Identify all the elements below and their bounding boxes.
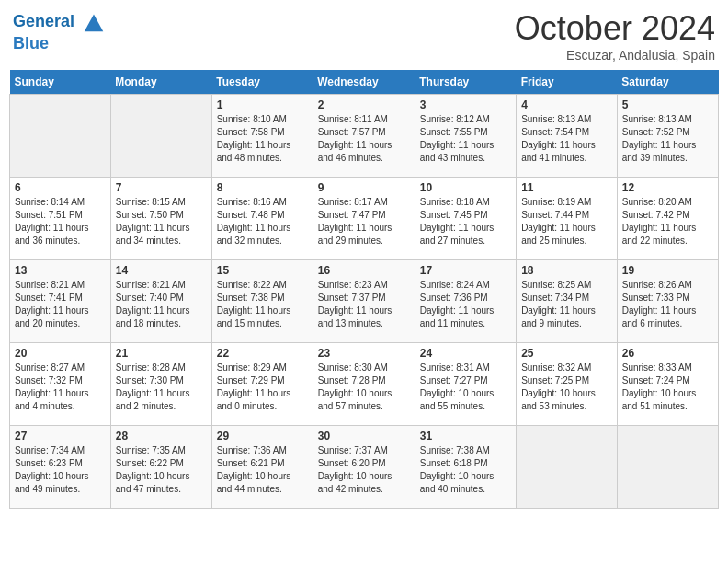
day-info: Sunrise: 8:13 AM Sunset: 7:54 PM Dayligh… (521, 113, 612, 165)
day-info: Sunrise: 7:35 AM Sunset: 6:22 PM Dayligh… (116, 444, 207, 496)
day-cell: 29Sunrise: 7:36 AM Sunset: 6:21 PM Dayli… (211, 426, 313, 509)
day-number: 27 (15, 430, 106, 442)
day-number: 24 (420, 347, 511, 360)
day-number: 6 (15, 181, 106, 194)
logo-subtext: Blue (13, 35, 107, 53)
day-info: Sunrise: 8:32 AM Sunset: 7:25 PM Dayligh… (521, 362, 612, 413)
day-info: Sunrise: 7:34 AM Sunset: 6:23 PM Dayligh… (15, 444, 106, 496)
day-number: 7 (116, 181, 207, 194)
day-cell: 4Sunrise: 8:13 AM Sunset: 7:54 PM Daylig… (517, 95, 618, 178)
day-cell: 23Sunrise: 8:30 AM Sunset: 7:28 PM Dayli… (313, 343, 415, 426)
header-thursday: Thursday (415, 70, 516, 95)
week-row-2: 6Sunrise: 8:14 AM Sunset: 7:51 PM Daylig… (10, 178, 719, 260)
week-row-5: 27Sunrise: 7:34 AM Sunset: 6:23 PM Dayli… (10, 426, 719, 509)
day-number: 12 (622, 181, 713, 194)
header-wednesday: Wednesday (313, 70, 415, 95)
day-info: Sunrise: 8:12 AM Sunset: 7:55 PM Dayligh… (420, 113, 511, 165)
day-info: Sunrise: 8:19 AM Sunset: 7:44 PM Dayligh… (521, 196, 612, 247)
day-info: Sunrise: 8:28 AM Sunset: 7:30 PM Dayligh… (116, 362, 207, 413)
day-number: 26 (622, 347, 713, 360)
calendar-table: SundayMondayTuesdayWednesdayThursdayFrid… (9, 70, 719, 509)
day-number: 13 (15, 264, 106, 277)
day-cell (110, 95, 211, 178)
day-number: 8 (217, 181, 308, 194)
day-number: 29 (217, 430, 308, 442)
day-cell: 25Sunrise: 8:32 AM Sunset: 7:25 PM Dayli… (517, 343, 618, 426)
day-number: 22 (217, 347, 308, 360)
day-number: 20 (15, 347, 106, 360)
day-cell: 26Sunrise: 8:33 AM Sunset: 7:24 PM Dayli… (617, 343, 718, 426)
week-row-4: 20Sunrise: 8:27 AM Sunset: 7:32 PM Dayli… (10, 343, 719, 426)
day-info: Sunrise: 7:37 AM Sunset: 6:20 PM Dayligh… (318, 444, 410, 496)
day-info: Sunrise: 8:30 AM Sunset: 7:28 PM Dayligh… (318, 362, 410, 413)
day-cell (10, 95, 111, 178)
day-number: 3 (420, 98, 511, 111)
day-number: 21 (116, 347, 207, 360)
day-number: 14 (116, 264, 207, 277)
day-cell: 14Sunrise: 8:21 AM Sunset: 7:40 PM Dayli… (110, 260, 211, 343)
day-number: 30 (318, 430, 410, 442)
day-number: 1 (217, 98, 308, 111)
day-number: 15 (217, 264, 308, 277)
day-cell: 7Sunrise: 8:15 AM Sunset: 7:50 PM Daylig… (110, 178, 211, 260)
day-info: Sunrise: 8:27 AM Sunset: 7:32 PM Dayligh… (15, 362, 106, 413)
day-cell: 31Sunrise: 7:38 AM Sunset: 6:18 PM Dayli… (415, 426, 516, 509)
day-info: Sunrise: 8:22 AM Sunset: 7:38 PM Dayligh… (217, 279, 308, 330)
day-cell (617, 426, 718, 509)
day-info: Sunrise: 7:38 AM Sunset: 6:18 PM Dayligh… (420, 444, 511, 496)
day-number: 9 (318, 181, 410, 194)
day-number: 23 (318, 347, 410, 360)
page-header: General Blue October 2024 Escuzar, Andal… (9, 9, 719, 63)
header-row: SundayMondayTuesdayWednesdayThursdayFrid… (10, 70, 719, 95)
day-number: 5 (622, 98, 713, 111)
title-section: October 2024 Escuzar, Andalusia, Spain (515, 9, 715, 63)
day-number: 4 (521, 98, 612, 111)
day-cell: 6Sunrise: 8:14 AM Sunset: 7:51 PM Daylig… (10, 178, 111, 260)
day-cell: 16Sunrise: 8:23 AM Sunset: 7:37 PM Dayli… (313, 260, 415, 343)
header-tuesday: Tuesday (211, 70, 313, 95)
day-info: Sunrise: 7:36 AM Sunset: 6:21 PM Dayligh… (217, 444, 308, 496)
logo-text: General (13, 9, 107, 35)
day-info: Sunrise: 8:23 AM Sunset: 7:37 PM Dayligh… (318, 279, 410, 330)
day-cell: 12Sunrise: 8:20 AM Sunset: 7:42 PM Dayli… (617, 178, 718, 260)
day-number: 28 (116, 430, 207, 442)
day-cell: 10Sunrise: 8:18 AM Sunset: 7:45 PM Dayli… (415, 178, 516, 260)
day-number: 11 (521, 181, 612, 194)
day-cell: 13Sunrise: 8:21 AM Sunset: 7:41 PM Dayli… (10, 260, 111, 343)
header-saturday: Saturday (617, 70, 718, 95)
day-cell: 2Sunrise: 8:11 AM Sunset: 7:57 PM Daylig… (313, 95, 415, 178)
day-info: Sunrise: 8:18 AM Sunset: 7:45 PM Dayligh… (420, 196, 511, 247)
day-cell (517, 426, 618, 509)
day-info: Sunrise: 8:11 AM Sunset: 7:57 PM Dayligh… (318, 113, 410, 165)
day-info: Sunrise: 8:10 AM Sunset: 7:58 PM Dayligh… (217, 113, 308, 165)
day-info: Sunrise: 8:16 AM Sunset: 7:48 PM Dayligh… (217, 196, 308, 247)
day-cell: 18Sunrise: 8:25 AM Sunset: 7:34 PM Dayli… (517, 260, 618, 343)
day-info: Sunrise: 8:15 AM Sunset: 7:50 PM Dayligh… (116, 196, 207, 247)
day-number: 17 (420, 264, 511, 277)
day-info: Sunrise: 8:14 AM Sunset: 7:51 PM Dayligh… (15, 196, 106, 247)
day-cell: 15Sunrise: 8:22 AM Sunset: 7:38 PM Dayli… (211, 260, 313, 343)
day-info: Sunrise: 8:21 AM Sunset: 7:41 PM Dayligh… (15, 279, 106, 330)
subtitle: Escuzar, Andalusia, Spain (515, 48, 715, 63)
day-info: Sunrise: 8:13 AM Sunset: 7:52 PM Dayligh… (622, 113, 713, 165)
week-row-1: 1Sunrise: 8:10 AM Sunset: 7:58 PM Daylig… (10, 95, 719, 178)
day-info: Sunrise: 8:24 AM Sunset: 7:36 PM Dayligh… (420, 279, 511, 330)
day-cell: 21Sunrise: 8:28 AM Sunset: 7:30 PM Dayli… (110, 343, 211, 426)
day-cell: 1Sunrise: 8:10 AM Sunset: 7:58 PM Daylig… (211, 95, 313, 178)
svg-marker-0 (85, 15, 104, 32)
header-sunday: Sunday (10, 70, 111, 95)
day-info: Sunrise: 8:31 AM Sunset: 7:27 PM Dayligh… (420, 362, 511, 413)
day-cell: 20Sunrise: 8:27 AM Sunset: 7:32 PM Dayli… (10, 343, 111, 426)
day-number: 16 (318, 264, 410, 277)
day-info: Sunrise: 8:17 AM Sunset: 7:47 PM Dayligh… (318, 196, 410, 247)
day-info: Sunrise: 8:26 AM Sunset: 7:33 PM Dayligh… (622, 279, 713, 330)
day-info: Sunrise: 8:33 AM Sunset: 7:24 PM Dayligh… (622, 362, 713, 413)
header-monday: Monday (110, 70, 211, 95)
day-info: Sunrise: 8:20 AM Sunset: 7:42 PM Dayligh… (622, 196, 713, 247)
day-number: 2 (318, 98, 410, 111)
day-cell: 19Sunrise: 8:26 AM Sunset: 7:33 PM Dayli… (617, 260, 718, 343)
day-info: Sunrise: 8:21 AM Sunset: 7:40 PM Dayligh… (116, 279, 207, 330)
day-cell: 9Sunrise: 8:17 AM Sunset: 7:47 PM Daylig… (313, 178, 415, 260)
day-number: 25 (521, 347, 612, 360)
day-number: 18 (521, 264, 612, 277)
